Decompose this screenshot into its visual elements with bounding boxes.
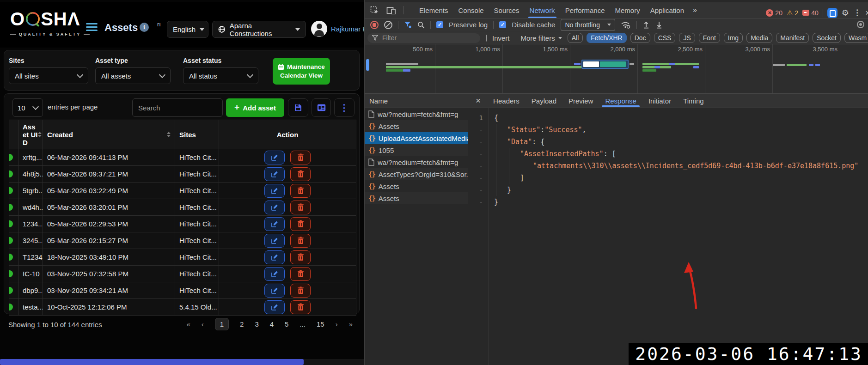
edit-button[interactable]	[264, 300, 285, 314]
detail-tab-headers[interactable]: Headers	[487, 94, 526, 108]
table-row[interactable]: 1234...05-Mar-2026 02:29:53 PMHiTech Cit…	[9, 216, 356, 232]
request-row[interactable]: {}1055	[365, 144, 468, 156]
device-toolbar-icon[interactable]	[386, 6, 396, 14]
devtools-menu-icon[interactable]: ⋮	[853, 8, 861, 18]
horizontal-scrollbar-thumb[interactable]	[0, 359, 304, 365]
filter-chip-font[interactable]: Font	[699, 33, 720, 43]
tab-sources[interactable]: Sources	[489, 2, 525, 18]
pagination-page[interactable]: 5	[285, 320, 288, 328]
issues-badge[interactable]: 40	[802, 9, 819, 17]
detail-tab-timing[interactable]: Timing	[677, 94, 709, 108]
detail-tab-payload[interactable]: Payload	[526, 94, 562, 108]
pagination-arrow[interactable]: «	[186, 320, 190, 328]
warnings-badge[interactable]: ⚠ 2	[787, 9, 798, 17]
horizontal-scrollbar-track[interactable]	[0, 359, 364, 365]
filter-chip-wasm[interactable]: Wasm	[844, 33, 868, 43]
filter-chip-img[interactable]: Img	[724, 33, 743, 43]
import-har-icon[interactable]	[642, 21, 650, 29]
gear-icon[interactable]: ⚙	[842, 8, 849, 18]
filter-funnel-icon[interactable]	[404, 21, 412, 29]
delete-button[interactable]	[290, 167, 311, 181]
delete-button[interactable]	[290, 201, 311, 214]
close-detail-icon[interactable]: ×	[468, 96, 487, 106]
detail-tab-preview[interactable]: Preview	[562, 94, 599, 108]
table-row[interactable]: 5tgrb...05-Mar-2026 03:22:49 PMHiTech Ci…	[9, 182, 356, 199]
request-row[interactable]: {}Assets	[365, 180, 468, 192]
export-har-icon[interactable]	[655, 21, 663, 29]
request-filter-input[interactable]	[381, 34, 476, 42]
edit-button[interactable]	[264, 151, 285, 164]
pagination-arrow[interactable]: »	[349, 320, 353, 328]
header-cell-asset-uid[interactable]: Asset UID	[18, 120, 43, 149]
table-row[interactable]: T123418-Nov-2025 03:49:10 PMHiTech Cit..…	[9, 249, 356, 266]
edit-button[interactable]	[264, 234, 285, 248]
pagination-page[interactable]: 4	[270, 320, 274, 328]
network-conditions-icon[interactable]	[621, 21, 631, 29]
filter-select[interactable]: All status	[183, 67, 258, 84]
edit-button[interactable]	[264, 167, 285, 181]
filter-chip-media[interactable]: Media	[746, 33, 772, 43]
maintenance-calendar-button[interactable]: Maintenance Calendar View	[273, 58, 330, 85]
pagination-page[interactable]: 15	[317, 320, 324, 328]
table-row[interactable]: testa...10-Oct-2025 12:12:06 PM5.4.15 Ol…	[9, 299, 356, 316]
request-row[interactable]: wa/?medium=fetch&fmt=g	[365, 108, 468, 120]
hamburger-menu-icon[interactable]	[86, 23, 98, 31]
edit-button[interactable]	[264, 250, 285, 264]
request-row[interactable]: {}Assets	[365, 120, 468, 132]
network-overview-timeline[interactable]: 500 ms1,000 ms1,500 ms2,000 ms2,500 ms3,…	[365, 44, 868, 94]
edit-button[interactable]	[264, 267, 285, 281]
edit-button[interactable]	[264, 201, 285, 214]
preserve-log-checkbox[interactable]: ✓	[436, 21, 443, 28]
delete-button[interactable]	[290, 234, 311, 248]
columns-view-button[interactable]	[312, 98, 331, 117]
pagination-arrow[interactable]: ‹	[202, 320, 204, 328]
filter-chip-js[interactable]: JS	[679, 33, 695, 43]
language-select[interactable]: English	[167, 21, 208, 38]
ai-assistant-icon[interactable]	[827, 8, 837, 18]
pagination-page[interactable]: 3	[255, 320, 258, 328]
tab-memory[interactable]: Memory	[610, 2, 645, 18]
pagination-page[interactable]: 1	[215, 318, 229, 330]
search-input[interactable]	[132, 98, 223, 117]
table-row[interactable]: 4h8j5...06-Mar-2026 09:37:21 PMHiTech Ci…	[9, 166, 356, 182]
network-settings-icon[interactable]	[857, 21, 864, 28]
more-filters-button[interactable]: More filters	[521, 34, 562, 42]
delete-button[interactable]	[290, 217, 311, 231]
avatar[interactable]	[311, 21, 327, 37]
tab-console[interactable]: Console	[453, 2, 489, 18]
close-devtools-icon[interactable]: ×	[865, 8, 868, 18]
filter-chip-all[interactable]: All	[568, 33, 583, 43]
more-tabs-icon[interactable]: »	[689, 6, 700, 14]
header-cell-created[interactable]: Created	[43, 120, 175, 149]
page-size-select[interactable]: 10	[12, 98, 43, 117]
tab-network[interactable]: Network	[525, 2, 560, 18]
pagination-page[interactable]: 2	[240, 320, 244, 328]
request-row[interactable]: wa/?medium=fetch&fmt=g	[365, 156, 468, 168]
response-json-viewer[interactable]: 1{-"Status": "Success",-"Data": {-"Asset…	[468, 108, 868, 365]
table-row[interactable]: xrftg...06-Mar-2026 09:41:13 PMHiTech Ci…	[9, 149, 356, 166]
filter-select[interactable]: All sites	[9, 67, 88, 84]
filter-select[interactable]: All assets	[95, 67, 171, 84]
delete-button[interactable]	[290, 151, 311, 164]
delete-button[interactable]	[290, 250, 311, 264]
add-asset-button[interactable]: + Add asset	[226, 98, 284, 117]
filter-chip-css[interactable]: CSS	[654, 33, 676, 43]
request-row[interactable]: {}Assets	[365, 192, 468, 204]
save-view-button[interactable]	[288, 98, 308, 117]
errors-badge[interactable]: ✕ 20	[766, 9, 782, 17]
table-row[interactable]: wd4h...05-Mar-2026 03:20:01 PMHiTech Cit…	[9, 199, 356, 216]
detail-tab-response[interactable]: Response	[599, 94, 642, 108]
edit-button[interactable]	[264, 284, 285, 298]
filter-chip-manifest[interactable]: Manifest	[776, 33, 809, 43]
delete-button[interactable]	[290, 300, 311, 314]
organization-select[interactable]: Aparna Constructions	[212, 21, 306, 38]
delete-button[interactable]	[290, 184, 311, 198]
record-icon[interactable]	[370, 21, 379, 29]
info-icon[interactable]: i	[140, 23, 149, 32]
more-options-button[interactable]: ⋮	[334, 98, 355, 117]
filter-chip-doc[interactable]: Doc	[630, 33, 650, 43]
name-column-header[interactable]: Name	[365, 94, 468, 108]
disable-cache-checkbox[interactable]: ✓	[499, 21, 506, 28]
request-row[interactable]: {}AssetTypes?OrgId=310&Sor...	[365, 168, 468, 180]
inspect-element-icon[interactable]	[370, 6, 379, 15]
